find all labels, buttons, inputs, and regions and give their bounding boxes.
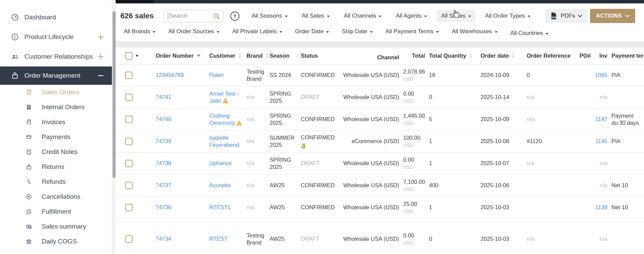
filter-label: All Channels: [344, 13, 376, 19]
filter-all-countries[interactable]: All Countries: [510, 30, 548, 37]
customer-link[interactable]: Acunetix: [209, 182, 231, 188]
sidebar-scrollbar-thumb[interactable]: [113, 12, 116, 178]
filter-label: All Brands: [124, 28, 150, 35]
column-header-order-reference[interactable]: Order Reference: [527, 52, 570, 59]
order-date-value: 2025-10-09: [481, 116, 509, 122]
row-checkbox[interactable]: [125, 116, 133, 123]
sidebar-item-label: Customer Relationships: [24, 53, 93, 60]
column-header-po[interactable]: PO#: [580, 52, 591, 59]
customer-link[interactable]: RTEST1: [209, 204, 231, 210]
sidebar-item-dashboard[interactable]: Dashboard: [0, 7, 112, 27]
order-number-link[interactable]: 74734: [156, 236, 171, 242]
select-menu-caret-icon[interactable]: [136, 55, 138, 57]
customer-link[interactable]: RTEST: [209, 236, 228, 242]
top-bar: [116, 0, 644, 3]
order-number-link[interactable]: 74738: [156, 160, 171, 166]
actions-button[interactable]: ACTIONS: [590, 9, 635, 23]
customer-link[interactable]: Isabelle Feyerabend: [209, 135, 239, 148]
filter-all-order-types[interactable]: All Order Types: [485, 13, 530, 19]
column-header-season[interactable]: Season: [270, 52, 290, 59]
filter-all-brands[interactable]: All Brands: [124, 28, 155, 35]
sidebar-subitem-invoices[interactable]: Invoices: [0, 115, 112, 130]
column-header-order-date[interactable]: Order date: [481, 52, 514, 59]
filter-order-date[interactable]: Order Date: [295, 28, 329, 35]
payment-terms-value: PIA: [611, 138, 621, 144]
column-header-status[interactable]: Status: [301, 52, 318, 59]
sidebar-subitem-sales-orders[interactable]: Sales Orders: [0, 85, 112, 100]
column-header-customer[interactable]: Customer: [209, 52, 241, 59]
sidebar-subitem-internal-orders[interactable]: Internal Orders: [0, 100, 112, 115]
order-number-link[interactable]: 74737: [156, 182, 171, 188]
column-header-brand[interactable]: Brand: [247, 52, 269, 59]
filter-all-private-labels[interactable]: All Private Labels: [232, 28, 282, 35]
status-value: DRAFT: [301, 236, 319, 242]
caret-down-icon: [546, 33, 548, 35]
order-number-link[interactable]: 123456789: [156, 72, 184, 78]
column-header-total-quantity[interactable]: Total Quantity: [429, 52, 472, 59]
order-number-link[interactable]: 74741: [156, 94, 171, 100]
sidebar-item-customer-relationships[interactable]: Customer Relationships: [0, 47, 112, 66]
sidebar-subitem-credit-notes[interactable]: Credit Notes: [0, 144, 112, 159]
sidebar-item-order-management[interactable]: Order Management: [0, 66, 112, 85]
caret-down-icon: [327, 16, 330, 17]
row-checkbox[interactable]: [125, 204, 133, 211]
order-number-link[interactable]: 74739: [156, 138, 171, 144]
sidebar-subitem-cancellations[interactable]: Cancellations: [0, 189, 112, 204]
filter-all-seasons[interactable]: All Seasons: [252, 13, 288, 19]
column-header-total[interactable]: Total: [412, 52, 425, 59]
expand-plus-icon[interactable]: [96, 52, 105, 61]
order-number-link[interactable]: 74736: [156, 204, 171, 210]
column-header-inv[interactable]: Inv: [599, 52, 607, 59]
filter-all-agents[interactable]: All Agents: [396, 13, 427, 19]
customer-link[interactable]: Uphance: [209, 160, 232, 166]
filter-all-payment-terms[interactable]: All Payment Terms: [386, 28, 439, 35]
select-all-checkbox[interactable]: [125, 52, 133, 60]
column-header-channel[interactable]: Channel: [377, 54, 399, 61]
pdfs-button[interactable]: PDF PDFs: [545, 9, 587, 23]
filter-all-order-sources[interactable]: All Order Sources: [168, 28, 219, 35]
order-reference-value: n/a: [527, 116, 534, 122]
sidebar-subitem-returns[interactable]: Returns: [0, 159, 112, 174]
order-reference-value: 0: [527, 72, 530, 78]
sidebar-scrollbar[interactable]: [112, 0, 116, 254]
sidebar-subitem-label: Cancellations: [42, 193, 80, 200]
sidebar-subitem-label: Payments: [42, 133, 70, 141]
customer-link[interactable]: Polen: [209, 72, 223, 78]
expand-plus-icon[interactable]: [96, 33, 105, 41]
sidebar-subitem-sales-summary[interactable]: Sales summary: [0, 219, 112, 234]
sidebar-subitem-payments[interactable]: Payments: [0, 130, 112, 144]
invoice-link[interactable]: 1065: [595, 72, 607, 78]
row-checkbox[interactable]: [125, 72, 133, 79]
sidebar-subitem-refunds[interactable]: Refunds: [0, 174, 112, 189]
brand-value: n/a: [247, 94, 254, 100]
filter-all-warehouses[interactable]: All Warehouses: [452, 28, 497, 35]
invoice-link[interactable]: 1145: [596, 138, 607, 144]
filter-all-sales[interactable]: All Sales: [302, 13, 330, 19]
sidebar-subitem-daily-cogs[interactable]: Daily COGS: [0, 234, 112, 249]
sidebar-item-product-lifecycle[interactable]: Product Lifecycle: [0, 27, 112, 47]
search-box[interactable]: [163, 10, 223, 22]
filter-all-channels[interactable]: All Channels: [344, 13, 382, 19]
help-icon[interactable]: ?: [230, 12, 239, 21]
invoice-link[interactable]: 1147: [596, 116, 607, 122]
collapse-minus-icon[interactable]: [96, 71, 105, 80]
caret-down-icon: [217, 31, 219, 33]
order-number-link[interactable]: 74740: [156, 116, 171, 122]
customer-link[interactable]: Clothing Ceremony: [209, 113, 235, 126]
row-checkbox[interactable]: [125, 138, 133, 145]
sidebar: Dashboard Product Lifecycle Customer Rel…: [0, 0, 112, 254]
row-checkbox[interactable]: [125, 160, 133, 167]
row-checkbox[interactable]: [125, 235, 133, 243]
currency-label: USD: [403, 76, 413, 82]
brand-value: n/a: [247, 116, 254, 122]
column-header-order-number[interactable]: Order Number: [156, 52, 200, 59]
row-checkbox[interactable]: [125, 94, 133, 101]
row-checkbox[interactable]: [125, 182, 133, 189]
quantity-value: 1: [429, 160, 432, 166]
column-header-payment-terms[interactable]: Payment terms: [611, 52, 644, 59]
filter-ship-date[interactable]: Ship Date: [342, 28, 373, 35]
sidebar-subitem-fulfillment[interactable]: Fulfillment: [0, 204, 112, 219]
warning-icon: [222, 98, 228, 103]
invoice-link[interactable]: 1139: [596, 204, 607, 210]
sort-icon: [266, 54, 269, 58]
